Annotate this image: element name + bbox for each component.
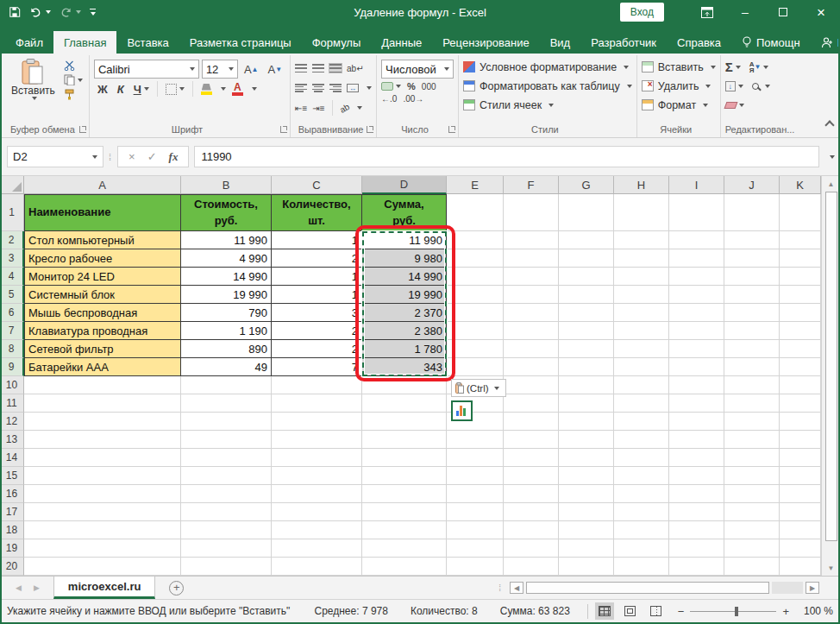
cell-B6[interactable]: 790 [181, 304, 272, 322]
tab-developer[interactable]: Разработчик [580, 31, 667, 54]
cell-D4[interactable]: 14 990 [362, 268, 447, 286]
cell-K4[interactable] [780, 268, 821, 286]
row-header-2[interactable]: 2 [0, 231, 24, 249]
cell-G15[interactable] [559, 467, 614, 485]
cell-G18[interactable] [559, 521, 614, 539]
cell-E16[interactable] [447, 485, 504, 503]
number-dialog-launcher-icon[interactable] [448, 126, 455, 133]
row-header-16[interactable]: 16 [0, 485, 24, 503]
cell-G7[interactable] [559, 322, 614, 340]
formula-input[interactable]: 11990 [194, 146, 819, 167]
vertical-scroll-thumb[interactable] [825, 192, 837, 541]
tab-file[interactable]: Файл [5, 31, 53, 54]
cell-B11[interactable] [181, 394, 272, 413]
cell-I3[interactable] [669, 249, 724, 268]
wrap-text-icon[interactable]: ab↵ [347, 64, 364, 73]
cell-C3[interactable]: 2 [272, 249, 362, 268]
align-left-icon[interactable] [295, 84, 307, 92]
cell-B4[interactable]: 14 990 [181, 268, 272, 286]
row-header-1[interactable]: 1 [0, 194, 24, 231]
zoom-slider-thumb[interactable] [735, 607, 738, 616]
cell-G12[interactable] [559, 413, 614, 431]
cell-D9[interactable]: 343 [362, 358, 447, 376]
zoom-in-icon[interactable]: + [782, 605, 789, 618]
cell-A17[interactable] [24, 503, 181, 521]
cell-D3[interactable]: 9 980 [362, 249, 447, 268]
format-painter-icon[interactable] [64, 89, 83, 100]
cell-K17[interactable] [780, 503, 821, 521]
cell-C8[interactable]: 2 [272, 340, 362, 358]
cell-C11[interactable] [272, 394, 362, 413]
cell-C17[interactable] [272, 503, 362, 521]
cell-J2[interactable] [724, 231, 780, 249]
minimize-button[interactable]: – [726, 0, 764, 24]
vertical-scrollbar[interactable]: ▲ ▼ [821, 176, 840, 576]
cell-C9[interactable]: 7 [272, 358, 362, 376]
cell-G13[interactable] [559, 431, 614, 449]
clipboard-dialog-launcher-icon[interactable] [79, 126, 86, 133]
cell-F16[interactable] [504, 485, 559, 503]
cell-J9[interactable] [724, 358, 780, 376]
scroll-up-icon[interactable]: ▲ [822, 176, 840, 192]
cell-K8[interactable] [780, 340, 821, 358]
column-header-J[interactable]: J [724, 176, 780, 194]
column-header-D[interactable]: D [362, 176, 447, 194]
number-format-select[interactable]: Числовой [381, 60, 454, 79]
cell-H19[interactable] [614, 539, 669, 558]
cell-A13[interactable] [24, 431, 181, 449]
cell-H4[interactable] [614, 268, 669, 286]
cell-H1[interactable] [614, 194, 669, 231]
cell-D5[interactable]: 19 990 [362, 286, 447, 304]
cell-B13[interactable] [181, 431, 272, 449]
cell-C4[interactable]: 1 [272, 268, 362, 286]
cell-G5[interactable] [559, 286, 614, 304]
cell-E1[interactable] [447, 194, 504, 231]
cell-C13[interactable] [272, 431, 362, 449]
insert-cells-button[interactable]: Вставить [642, 58, 716, 76]
cell-C10[interactable] [272, 376, 362, 394]
cell-B18[interactable] [181, 521, 272, 539]
name-box[interactable]: D2 [7, 146, 103, 167]
bold-button[interactable]: Ж [94, 82, 111, 97]
column-header-K[interactable]: K [780, 176, 821, 194]
cell-D14[interactable] [362, 449, 447, 467]
row-header-13[interactable]: 13 [0, 431, 24, 449]
cell-A6[interactable]: Мышь беспроводная [24, 304, 181, 322]
cell-A10[interactable] [24, 376, 181, 394]
ribbon-display-options-icon[interactable] [688, 0, 726, 24]
cell-D20[interactable] [362, 558, 447, 576]
horizontal-scroll-thumb[interactable] [526, 582, 769, 594]
tab-data[interactable]: Данные [371, 31, 432, 54]
cell-B9[interactable]: 49 [181, 358, 272, 376]
cell-H3[interactable] [614, 249, 669, 268]
column-header-F[interactable]: F [504, 176, 559, 194]
cell-K6[interactable] [780, 304, 821, 322]
delete-cells-button[interactable]: Удалить [642, 77, 716, 95]
find-select-button[interactable] [752, 83, 770, 90]
cell-I8[interactable] [669, 340, 724, 358]
cell-F19[interactable] [504, 539, 559, 558]
cell-E4[interactable] [447, 268, 504, 286]
insert-function-icon[interactable]: fx [169, 150, 179, 164]
cell-K12[interactable] [780, 413, 821, 431]
column-header-A[interactable]: A [24, 176, 181, 194]
cell-B12[interactable] [181, 413, 272, 431]
column-header-I[interactable]: I [669, 176, 724, 194]
cell-H18[interactable] [614, 521, 669, 539]
cell-F7[interactable] [504, 322, 559, 340]
customize-toolbar-icon[interactable] [90, 9, 96, 16]
cell-K7[interactable] [780, 322, 821, 340]
cell-A16[interactable] [24, 485, 181, 503]
cell-K20[interactable] [780, 558, 821, 576]
cell-I20[interactable] [669, 558, 724, 576]
cell-F6[interactable] [504, 304, 559, 322]
cell-A3[interactable]: Кресло рабочее [24, 249, 181, 268]
undo-button[interactable] [29, 7, 51, 18]
cell-G11[interactable] [559, 394, 614, 413]
cell-E9[interactable] [447, 358, 504, 376]
row-header-3[interactable]: 3 [0, 249, 24, 268]
cell-H12[interactable] [614, 413, 669, 431]
cell-A19[interactable] [24, 539, 181, 558]
tab-home[interactable]: Главная [53, 31, 116, 54]
cell-B20[interactable] [181, 558, 272, 576]
